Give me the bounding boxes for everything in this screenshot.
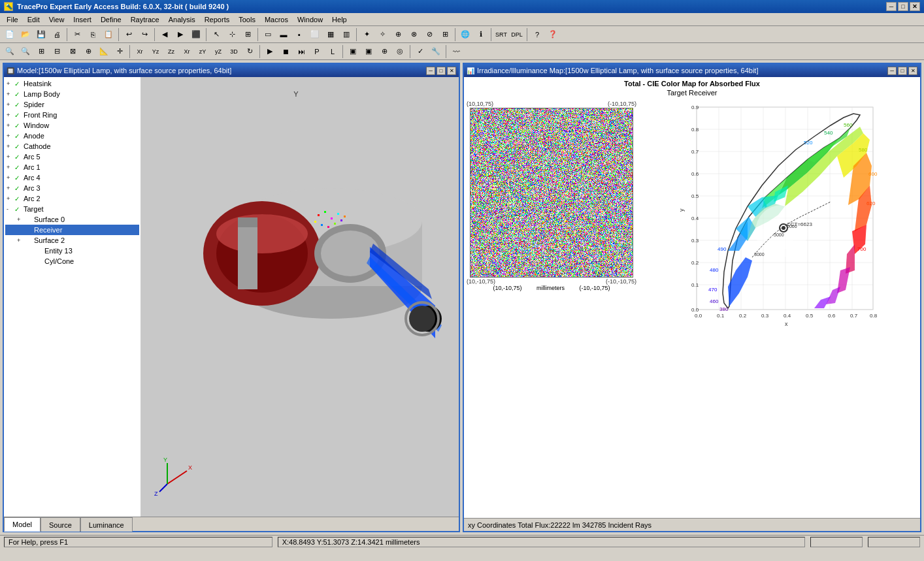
tab-luminance[interactable]: Luminance bbox=[80, 517, 133, 532]
tree-item-cathode[interactable]: +✓Cathode bbox=[5, 141, 139, 152]
ray1-icon[interactable]: ✦ bbox=[359, 27, 374, 42]
menu-macros[interactable]: Macros bbox=[261, 14, 292, 25]
menu-view[interactable]: View bbox=[45, 14, 69, 25]
copy-icon[interactable]: ⎘ bbox=[86, 27, 100, 42]
zoom-fit-icon[interactable]: ⊞ bbox=[34, 44, 48, 59]
snap-icon[interactable]: ⊕ bbox=[377, 44, 391, 59]
axis-x-icon[interactable]: Xr bbox=[133, 44, 147, 59]
tab-model[interactable]: Model bbox=[4, 517, 41, 532]
info-icon[interactable]: ℹ bbox=[474, 27, 488, 42]
ray4-icon[interactable]: ⊗ bbox=[406, 27, 421, 42]
menu-help[interactable]: Help bbox=[328, 14, 351, 25]
view1-icon[interactable]: ▭ bbox=[261, 27, 275, 42]
irr-close-btn[interactable]: ✕ bbox=[908, 67, 917, 75]
cut-icon[interactable]: ✂ bbox=[70, 27, 84, 42]
save-icon[interactable]: 💾 bbox=[34, 27, 48, 42]
srt-icon[interactable]: SRT bbox=[494, 27, 508, 42]
tree-item-arc-2[interactable]: +✓Arc 2 bbox=[5, 193, 139, 204]
menu-analysis[interactable]: Analysis bbox=[165, 14, 199, 25]
axis-yl-icon[interactable]: yZ bbox=[211, 44, 225, 59]
view2-icon[interactable]: ▬ bbox=[276, 27, 291, 42]
tree-item-cyl/cone[interactable]: Cyl/Cone bbox=[5, 256, 139, 266]
irr-maximize-btn[interactable]: □ bbox=[898, 67, 907, 75]
ray3-icon[interactable]: ⊕ bbox=[391, 27, 405, 42]
tree-item-heatsink[interactable]: +✓Heatsink bbox=[5, 78, 139, 89]
irr-win-controls[interactable]: ─ □ ✕ bbox=[887, 67, 917, 75]
perspective-icon[interactable]: P bbox=[310, 44, 324, 59]
axis-3d-icon[interactable]: 3D bbox=[227, 44, 241, 59]
select2-icon[interactable]: ⊹ bbox=[225, 27, 239, 42]
undo-icon[interactable]: ↩ bbox=[122, 27, 136, 42]
globe-icon[interactable]: 🌐 bbox=[458, 27, 472, 42]
check-icon[interactable]: ✓ bbox=[413, 44, 427, 59]
select-icon[interactable]: ↖ bbox=[209, 27, 223, 42]
model-win-controls[interactable]: ─ □ ✕ bbox=[426, 67, 456, 75]
tool1-icon[interactable]: ◀ bbox=[157, 27, 172, 42]
zoom-sel-icon[interactable]: ⊟ bbox=[50, 44, 64, 59]
tree-item-lamp-body[interactable]: +✓Lamp Body bbox=[5, 89, 139, 99]
tree-item-arc-4[interactable]: +✓Arc 4 bbox=[5, 172, 139, 183]
tree-item-window[interactable]: +✓Window bbox=[5, 120, 139, 131]
menu-edit[interactable]: Edit bbox=[24, 14, 44, 25]
help-icon[interactable]: ? bbox=[530, 27, 544, 42]
zoom-box-icon[interactable]: ⊠ bbox=[65, 44, 80, 59]
lens-icon[interactable]: L bbox=[325, 44, 340, 59]
close-button[interactable]: ✕ bbox=[910, 2, 920, 11]
model-close-btn[interactable]: ✕ bbox=[447, 67, 456, 75]
axis-z-icon[interactable]: Zz bbox=[164, 44, 178, 59]
view6-icon[interactable]: ▥ bbox=[339, 27, 354, 42]
dpl-icon[interactable]: DPL bbox=[510, 27, 524, 42]
menu-window[interactable]: Window bbox=[293, 14, 327, 25]
tree-item-arc-3[interactable]: +✓Arc 3 bbox=[5, 183, 139, 193]
tree-item-arc-1[interactable]: +✓Arc 1 bbox=[5, 162, 139, 172]
step-icon[interactable]: ⏭ bbox=[294, 44, 308, 59]
ray5-icon[interactable]: ⊘ bbox=[422, 27, 437, 42]
tree-item-front-ring[interactable]: +✓Front Ring bbox=[5, 110, 139, 120]
axis-xl-icon[interactable]: Xr bbox=[180, 44, 194, 59]
wave-icon[interactable]: 〰 bbox=[449, 44, 463, 59]
menu-reports[interactable]: Reports bbox=[201, 14, 234, 25]
zoom-out-icon[interactable]: 🔍 bbox=[18, 44, 33, 59]
view5-icon[interactable]: ▦ bbox=[323, 27, 338, 42]
measure-icon[interactable]: 📐 bbox=[97, 44, 111, 59]
tree-item-surface-2[interactable]: +Surface 2 bbox=[5, 235, 139, 246]
maximize-button[interactable]: □ bbox=[898, 2, 908, 11]
print-icon[interactable]: 🖨 bbox=[50, 27, 64, 42]
axis-y-icon[interactable]: Yz bbox=[148, 44, 163, 59]
help2-icon[interactable]: ❓ bbox=[546, 27, 560, 42]
model-minimize-btn[interactable]: ─ bbox=[426, 67, 435, 75]
new-icon[interactable]: 📄 bbox=[3, 27, 17, 42]
view3-icon[interactable]: ▪ bbox=[292, 27, 306, 42]
tool2-icon[interactable]: ▶ bbox=[173, 27, 188, 42]
open-icon[interactable]: 📂 bbox=[18, 27, 33, 42]
menu-file[interactable]: File bbox=[3, 14, 22, 25]
menu-tools[interactable]: Tools bbox=[235, 14, 259, 25]
zoom-all-icon[interactable]: ⊕ bbox=[81, 44, 95, 59]
wrench-icon[interactable]: 🔧 bbox=[429, 44, 443, 59]
tree-item-arc-5[interactable]: +✓Arc 5 bbox=[5, 152, 139, 162]
tree-item-spider[interactable]: +✓Spider bbox=[5, 99, 139, 110]
paste-icon[interactable]: 📋 bbox=[101, 27, 116, 42]
tab-source[interactable]: Source bbox=[41, 517, 80, 532]
menu-insert[interactable]: Insert bbox=[69, 14, 95, 25]
ray6-icon[interactable]: ⊞ bbox=[438, 27, 452, 42]
view4-icon[interactable]: ⬜ bbox=[308, 27, 322, 42]
irr-minimize-btn[interactable]: ─ bbox=[887, 67, 897, 75]
tree-item-surface-0[interactable]: +Surface 0 bbox=[5, 214, 139, 225]
tree-item-anode[interactable]: +✓Anode bbox=[5, 131, 139, 141]
target-icon[interactable]: ◎ bbox=[393, 44, 407, 59]
frame2-icon[interactable]: ▣ bbox=[361, 44, 376, 59]
pan-icon[interactable]: ✛ bbox=[112, 44, 127, 59]
select3-icon[interactable]: ⊞ bbox=[240, 27, 255, 42]
minimize-button[interactable]: ─ bbox=[886, 2, 897, 11]
axis-zl-icon[interactable]: zY bbox=[195, 44, 210, 59]
menu-raytrace[interactable]: Raytrace bbox=[127, 14, 163, 25]
play-icon[interactable]: ▶ bbox=[263, 44, 277, 59]
tree-item-target[interactable]: -✓Target bbox=[5, 204, 139, 214]
viewport-3d[interactable]: Y bbox=[141, 77, 459, 517]
rotate-icon[interactable]: ↻ bbox=[242, 44, 257, 59]
frame-icon[interactable]: ▣ bbox=[346, 44, 360, 59]
zoom-in-icon[interactable]: 🔍 bbox=[3, 44, 17, 59]
ray2-icon[interactable]: ✧ bbox=[375, 27, 389, 42]
tree-item-receiver[interactable]: Receiver bbox=[5, 225, 139, 235]
